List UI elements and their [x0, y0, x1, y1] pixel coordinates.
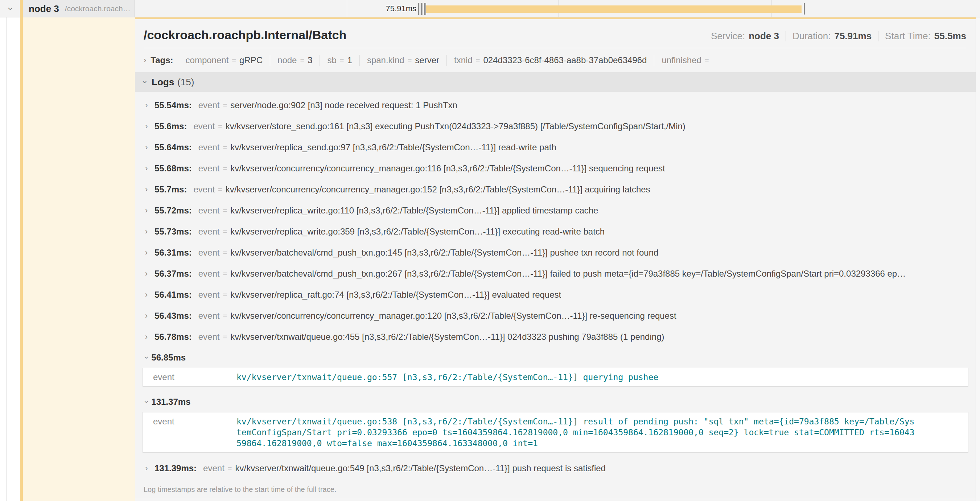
span-name-cell[interactable]: node 3 /cockroach.roach…: [20, 0, 135, 18]
duration-label: Duration:: [792, 30, 831, 42]
log-row[interactable]: › 131.39ms: event = kv/kvserver/txnwait/…: [135, 458, 976, 479]
start-time-value: 55.5ms: [934, 30, 966, 42]
duration-value: 75.91ms: [834, 30, 872, 42]
logs-title: Logs: [152, 77, 174, 88]
log-field-value: kv/kvserver/txnwait/queue.go:557 [n3,s3,…: [237, 372, 658, 383]
span-operation-title: /cockroach.roachpb.Internal/Batch: [144, 28, 346, 42]
log-field-value: kv/kvserver/txnwait/queue.go:538 [n3,s3,…: [237, 416, 914, 449]
tag-sb: sb = 1: [320, 55, 359, 65]
equals-sign: =: [223, 101, 227, 110]
equals-sign: =: [223, 333, 227, 341]
meta-divider: [878, 31, 878, 41]
chevron-right-icon: ›: [145, 269, 154, 278]
logs-list: › 55.54ms: event = server/node.go:902 [n…: [135, 92, 976, 499]
equals-sign: =: [223, 312, 227, 320]
service-value: node 3: [749, 30, 779, 42]
span-color-bar: [20, 0, 23, 18]
equals-sign: =: [223, 291, 227, 299]
log-field-key: event: [153, 372, 237, 383]
log-row[interactable]: › 56.41ms: event = kv/kvserver/replica_r…: [135, 284, 976, 305]
equals-sign: =: [232, 56, 236, 65]
log-row[interactable]: › 55.6ms: event = kv/kvserver/store_send…: [135, 116, 976, 137]
chevron-right-icon: ›: [145, 332, 154, 341]
equals-sign: =: [223, 270, 227, 278]
span-detail-panel: /cockroach.roachpb.Internal/Batch Servic…: [135, 18, 976, 501]
equals-sign: =: [223, 164, 227, 173]
chevron-right-icon: ›: [145, 206, 154, 215]
log-field-key: event: [153, 416, 237, 449]
chevron-right-icon: ›: [145, 121, 154, 131]
collapse-span-chevron-down-icon[interactable]: ›: [6, 7, 16, 10]
equals-sign: =: [223, 249, 227, 257]
equals-sign: =: [223, 144, 227, 152]
logs-section-header[interactable]: › Logs (15): [135, 72, 976, 92]
trace-detail-content: /cockroach.roachpb.Internal/Batch Servic…: [0, 18, 980, 501]
scrollbar-track[interactable]: [976, 18, 980, 501]
chevron-right-icon: ›: [145, 227, 154, 236]
meta-divider: [786, 31, 786, 41]
chevron-down-icon: ›: [142, 400, 151, 403]
span-color-bar: [20, 18, 23, 501]
equals-sign: =: [300, 56, 304, 65]
log-row[interactable]: › 56.43ms: event = kv/kvserver/concurren…: [135, 305, 976, 326]
tag-txnid: txnid = 024d3323-6c8f-4863-aa8b-37ab0e63…: [447, 55, 654, 65]
selected-span-row-highlight: [23, 18, 135, 501]
equals-sign: =: [408, 56, 412, 65]
log-row[interactable]: › 55.7ms: event = kv/kvserver/concurrenc…: [135, 179, 976, 200]
log-row[interactable]: › 56.78ms: event = kv/kvserver/txnwait/q…: [135, 326, 976, 348]
span-duration-bar[interactable]: [426, 5, 802, 13]
span-detail-header: /cockroach.roachpb.Internal/Batch Servic…: [144, 28, 966, 48]
equals-sign: =: [223, 207, 227, 215]
trace-span-detail-view: › node 3 /cockroach.roach… 75.91ms /cock…: [0, 0, 980, 501]
tag-span-kind: span.kind = server: [360, 55, 447, 65]
log-row[interactable]: › 56.31ms: event = kv/kvserver/batcheval…: [135, 242, 976, 263]
span-service-name: node 3: [29, 3, 59, 14]
equals-sign: =: [223, 228, 227, 236]
log-detail-table: event kv/kvserver/txnwait/queue.go:538 […: [143, 412, 968, 453]
span-meta-info: Service: node 3 Duration: 75.91ms Start …: [711, 30, 966, 42]
chevron-right-icon: ›: [145, 290, 154, 300]
equals-sign: =: [228, 464, 232, 473]
chevron-right-icon: ›: [145, 185, 154, 194]
log-row[interactable]: › 56.37ms: event = kv/kvserver/batcheval…: [135, 263, 976, 284]
chevron-right-icon: ›: [145, 311, 154, 321]
equals-sign: =: [218, 122, 222, 131]
service-label: Service:: [711, 30, 745, 42]
tags-row[interactable]: › Tags: component = gRPC node = 3 sb =: [135, 48, 976, 69]
equals-sign: =: [340, 56, 344, 65]
start-time-label: Start Time:: [885, 30, 931, 42]
timeline-column-divider: [347, 0, 347, 18]
logs-footer-note: Log timestamps are relative to the start…: [135, 480, 976, 499]
log-row[interactable]: › 55.73ms: event = kv/kvserver/replica_w…: [135, 221, 976, 242]
equals-sign: =: [476, 56, 480, 65]
log-row[interactable]: › 55.68ms: event = kv/kvserver/concurren…: [135, 158, 976, 179]
tags-label: Tags:: [151, 55, 173, 65]
tag-component: component = gRPC: [178, 55, 270, 65]
equals-sign: =: [218, 185, 222, 194]
log-row[interactable]: › 55.72ms: event = kv/kvserver/replica_w…: [135, 200, 976, 221]
chevron-right-icon: ›: [144, 56, 146, 65]
log-row-expanded[interactable]: › 131.37ms: [135, 392, 976, 412]
trace-view-left-border: [6, 18, 6, 501]
span-duration-label: 75.91ms: [359, 4, 416, 13]
chevron-right-icon: ›: [145, 164, 154, 173]
chevron-right-icon: ›: [145, 248, 154, 257]
equals-sign: =: [705, 56, 709, 65]
log-row[interactable]: › 55.54ms: event = server/node.go:902 [n…: [135, 95, 976, 116]
chevron-right-icon: ›: [145, 101, 154, 110]
log-detail-table: event kv/kvserver/txnwait/queue.go:557 […: [143, 368, 968, 387]
logs-count: (15): [177, 77, 194, 88]
chevron-right-icon: ›: [145, 464, 154, 473]
chevron-down-icon: ›: [140, 81, 150, 83]
span-timeline-row: › node 3 /cockroach.roach… 75.91ms: [0, 0, 980, 18]
log-row-expanded[interactable]: › 56.85ms: [135, 348, 976, 368]
chevron-down-icon: ›: [142, 356, 151, 359]
log-row[interactable]: › 55.64ms: event = kv/kvserver/replica_s…: [135, 137, 976, 158]
tag-unfinished: unfinished =: [654, 55, 719, 65]
span-operation-name: /cockroach.roach…: [65, 4, 130, 13]
log-end-tick-mark: [804, 3, 805, 14]
chevron-right-icon: ›: [145, 143, 154, 152]
tag-node: node = 3: [270, 55, 320, 65]
